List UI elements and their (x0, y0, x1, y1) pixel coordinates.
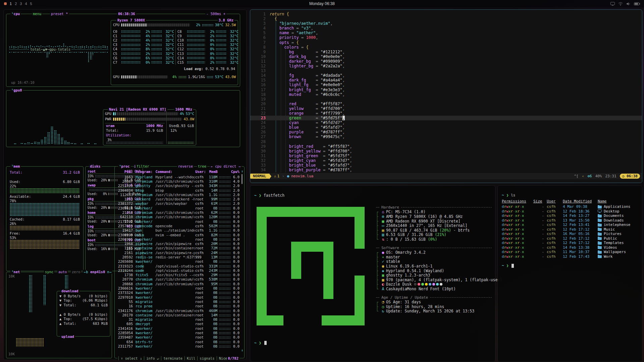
col-size: Size (533, 199, 544, 203)
process-row[interactable]: 642110 chromium /usr/lib/chromium/c csfh… (117, 215, 239, 219)
process-row[interactable]: 2373324 kworker/ root 0B 0.0 (117, 291, 239, 295)
process-row[interactable]: 2309818 kworker/ root 0B 0.0 (117, 206, 239, 210)
proc-footer-key[interactable]: ↑ select ↓ (118, 356, 144, 360)
col-cpu[interactable]: Cpu% (231, 170, 239, 174)
graph-mode-label[interactable]: total─▲▼─gpu-totals (29, 47, 71, 51)
process-row[interactable]: 2173702 kworker/ root 0B 0.0 (117, 219, 239, 224)
filename[interactable]: neovim.lua (291, 174, 313, 178)
col-user[interactable]: User: (195, 170, 206, 174)
workspace-switcher[interactable]: 12345 (0, 2, 32, 6)
workspace-number[interactable]: 3 (20, 2, 22, 6)
col-command[interactable]: Command: (156, 170, 195, 174)
fastfetch-row: ├ ◷ Uptime: 16 hours, 28 mins (376, 304, 492, 309)
menu-button[interactable]: menu (32, 12, 42, 16)
workspace-number[interactable]: 2 (15, 2, 17, 6)
vram-total: 15.9 GiB (146, 128, 163, 132)
terminal-cursor[interactable] (264, 341, 267, 345)
process-row[interactable]: 2319323 code /opt/visual-studio- csfh 33… (117, 264, 239, 268)
filter-button[interactable]: filter (136, 164, 150, 168)
process-row[interactable]: 2285054 kworker/ root 0B 0.0 (117, 330, 239, 335)
process-row[interactable]: 31 migratio root 0B 0.0 (117, 317, 239, 322)
process-row[interactable]: 2366616 kworker/ root 0B 0.0 (117, 286, 239, 290)
sort-selector[interactable]: ← cpu direct → (210, 164, 241, 168)
info-icon: ⌂ (380, 209, 386, 214)
reverse-toggle[interactable]: reverse (177, 164, 194, 168)
proc-footer-key[interactable]: terminate (161, 356, 184, 360)
proc-footer-key[interactable]: signals (197, 356, 216, 360)
net-sync-tab[interactable]: sync (44, 270, 54, 274)
scroll-down-icon[interactable]: ↓ (241, 348, 243, 352)
process-row[interactable]: 2161 pipewire /usr/bin/pipewire-p csfh 2… (117, 250, 239, 255)
process-row[interactable]: 16 rcu_pree root 0B 0.0 (117, 304, 239, 308)
editor-buffer[interactable]: 1 return { 2 { 3 "bjarneo/aether.nvim", … (250, 12, 642, 172)
process-row[interactable]: 20868 chromium /usr/lib/chromium/c csfh … (117, 282, 239, 286)
preset-button[interactable]: preset * (50, 12, 69, 16)
process-row[interactable]: 2341176 chromium /usr/lib/chromium/c csf… (117, 308, 239, 313)
proc-footer-key[interactable]: info ↵ (144, 356, 161, 360)
process-row[interactable]: 2311757 kworker/ root 0B 0.0 (117, 344, 239, 348)
process-row[interactable]: 19417 bun bun ../stasium/inde csfh 1.1G … (117, 228, 239, 233)
process-row[interactable]: 2341416 kworker/ root 0B 0.0 (117, 326, 239, 330)
gpu-load-bar (113, 112, 178, 115)
process-row[interactable]: 2266995 kworker/ root 0B 0.0 (117, 237, 239, 241)
col-pid[interactable]: Pid: (117, 170, 133, 174)
proc-scrollbar[interactable] (241, 174, 243, 184)
iface-prev-button[interactable]: ←b (84, 270, 88, 274)
wifi-icon (618, 2, 623, 6)
download-title: download (60, 289, 79, 293)
workspace-number[interactable]: 5 (30, 2, 32, 6)
process-row[interactable]: 20170 containe /usr/bin/containerd root … (117, 313, 239, 317)
process-row[interactable]: 55 migratio root 0B 0.0 (117, 299, 239, 304)
process-row[interactable]: 1968 pipewire /usr/bin/pipewire csfh 20M… (117, 241, 239, 246)
process-row[interactable]: 2359487 kworker/ root 0B 0.0 (117, 335, 239, 340)
theme-color-dot (421, 283, 424, 286)
process-row[interactable]: 2357939 opencode opencode csfh 502M 0.0 (117, 224, 239, 228)
process-row[interactable]: 2319244 code /opt/visual-studio- csfh 24… (117, 268, 239, 273)
process-row[interactable]: 21254 chromium /usr/lib/chromium/c csfh … (117, 210, 239, 215)
process-row[interactable]: 1203 dockerd /usr/bin/dockerd -H root 99… (117, 197, 239, 201)
process-row[interactable]: 1165 containe /usr/bin/containerd root 7… (117, 246, 239, 250)
process-row[interactable]: 605 dmcrypt_ root 0B 0.0 (117, 322, 239, 326)
code-line: 1 return { (250, 12, 642, 16)
process-row[interactable]: 1663 Hyprland Hyprland --watchdog csfh 1… (117, 175, 239, 179)
gpu-history-graph (10, 97, 97, 144)
scroll-up-icon[interactable]: ↑ (241, 169, 243, 173)
process-row[interactable]: 654 btrfs-tr root 0B 0.0 (117, 340, 239, 344)
workspace-number[interactable]: 4 (25, 2, 27, 6)
net-scale-bottom: 10K (8, 352, 15, 356)
workspace-list[interactable]: 12345 (10, 2, 32, 6)
tree-toggle[interactable]: tree (197, 164, 207, 168)
update-interval-control[interactable]: - 500ms + (205, 12, 226, 16)
process-row[interactable]: 20770 chromium /usr/lib/chromium/c csfh … (117, 277, 239, 282)
process-row[interactable]: 2364034 btop btop csfh 14M 2.0 (117, 188, 239, 192)
prompt-path: ~ (502, 193, 504, 197)
net-auto-tab[interactable]: auto (57, 270, 68, 274)
terminal-cursor[interactable] (512, 264, 514, 268)
file-row: drwxr-xr-x - csfh 13 Mar 15:50 Downloads (502, 218, 639, 223)
process-row[interactable]: 2308999 nvim nvim --embed . csfh 82M 0.0 (117, 233, 239, 237)
col-program[interactable]: Program: (136, 170, 155, 174)
code-line: 29 bright_red = "#ff5f87", (250, 144, 642, 149)
process-row[interactable]: 20592 redis-se redis-server *:6379 999 1… (117, 255, 239, 259)
active-workspace-icon[interactable] (4, 2, 7, 5)
command-text: fastfetch (264, 193, 284, 198)
workspace-number[interactable]: 1 (10, 2, 12, 6)
col-mem[interactable]: MemB (206, 170, 218, 174)
net-zero-tab[interactable]: zero (71, 270, 81, 274)
prompt-path: ~ (502, 263, 504, 268)
folder-icon (598, 241, 602, 245)
code-line: 7 opts = { (250, 40, 642, 45)
code-line: 15 dark_fg = "#a4a4a4", (250, 78, 642, 82)
prompt-symbol: ❯ (259, 341, 261, 345)
iface-next-button[interactable]: n→ (107, 270, 112, 274)
process-row[interactable]: 2381372 waybar /usr/bin/waybar csfh 61M … (117, 201, 239, 206)
process-row[interactable]: 2251499 ghostty /usr/bin/ghostty -- csfh… (117, 184, 239, 188)
process-row[interactable]: 112633 chromium /usr/lib/chromium/c csfh… (117, 192, 239, 197)
core-row: C6 6% 32°C (113, 56, 174, 60)
process-row[interactable]: 2265608 kworker/ root 0B 0.0 (117, 259, 239, 264)
proc-footer-key[interactable]: Kill (184, 356, 197, 360)
process-row[interactable]: 1738 fcitx5 /usr/bin/fcitx5 --d csfh 29M… (117, 273, 239, 277)
process-row[interactable]: 2297010 kworker/ root 0B 0.0 (117, 295, 239, 299)
process-row[interactable]: 20867 chromium /usr/lib/chromium/c csfh … (117, 179, 239, 183)
gpu-temp: 53°C (215, 75, 223, 79)
